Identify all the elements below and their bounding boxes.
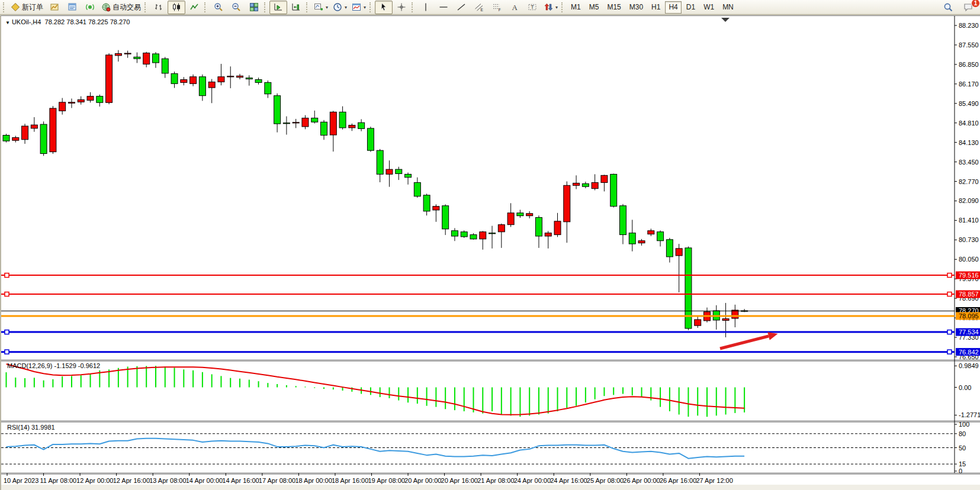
rsi-tick-label: 0 xyxy=(959,468,962,475)
templates-icon xyxy=(352,2,361,12)
level-price-label: 77.534 xyxy=(959,328,979,336)
horizontal-line-button[interactable] xyxy=(435,1,452,14)
chart-title: ▼UKOil-,H4 78.282 78.341 78.225 78.270 xyxy=(5,18,130,25)
signals-icon xyxy=(85,2,95,12)
time-tick-label: 27 Apr 12:00 xyxy=(696,477,732,484)
zoom-in-icon xyxy=(214,2,223,12)
timeframe-m15-label: M15 xyxy=(607,3,621,11)
rsi-tick-label: 15 xyxy=(959,460,966,468)
bar-chart-button[interactable] xyxy=(150,1,168,14)
templates-button[interactable]: ▾ xyxy=(349,1,368,14)
text-button[interactable]: A xyxy=(506,1,523,14)
toolbar-grip xyxy=(369,2,372,12)
timeframe-m15[interactable]: M15 xyxy=(603,1,624,14)
price-tick-label: 88.230 xyxy=(959,22,979,29)
zoom-in-button[interactable] xyxy=(210,1,227,14)
time-tick-label: 19 Apr 08:00 xyxy=(368,477,405,484)
arrows-icon xyxy=(544,2,553,12)
price-tick-label: 82.770 xyxy=(959,178,979,185)
timeframe-h1[interactable]: H1 xyxy=(648,1,664,14)
dropdown-caret-icon[interactable]: ▾ xyxy=(345,5,347,10)
text-icon: A xyxy=(510,2,519,12)
dropdown-caret-icon[interactable]: ▾ xyxy=(364,5,366,10)
periods-button[interactable]: ▾ xyxy=(330,1,349,14)
text-label-button[interactable]: T xyxy=(523,1,541,14)
trendline-button[interactable] xyxy=(452,1,470,14)
price-tick-label: 83.450 xyxy=(959,159,979,166)
collapse-triangle-icon[interactable]: ▼ xyxy=(5,20,10,25)
timeframe-w1[interactable]: W1 xyxy=(700,1,718,14)
price-tick-label: 82.090 xyxy=(959,197,979,204)
timeframe-m30[interactable]: M30 xyxy=(626,1,647,14)
level-price-label: 78.857 xyxy=(959,291,979,298)
timeframe-m5-label: M5 xyxy=(589,3,599,11)
dropdown-caret-icon[interactable]: ▾ xyxy=(326,5,328,10)
level-price-label: 79.516 xyxy=(959,272,979,279)
svg-text:T: T xyxy=(531,4,534,10)
svg-text:E: E xyxy=(481,8,484,12)
macd-tick-label: -1.2771 xyxy=(959,411,980,418)
time-tick-label: 20 Apr 16:00 xyxy=(441,477,478,484)
notification-badge: 1 xyxy=(971,0,980,8)
toolbar-grip xyxy=(3,2,6,12)
rsi-indicator-label: RSI(14) 31.9981 xyxy=(7,424,55,431)
autotrading-button-label: 自动交易 xyxy=(113,2,141,12)
chart-shift-icon xyxy=(291,2,301,12)
timeframe-d1[interactable]: D1 xyxy=(683,1,699,14)
chat-button[interactable]: 1 xyxy=(959,1,977,14)
timeframe-m5[interactable]: M5 xyxy=(586,1,603,14)
timeframe-m1-label: M1 xyxy=(571,3,581,11)
time-tick-label: 11 Apr 08:00 xyxy=(40,477,77,484)
level-price-label: 76.842 xyxy=(959,349,979,356)
fibonacci-button[interactable]: F xyxy=(488,1,506,14)
toolbar: 新订单自动交易▾▾▾EFAT▾M1M5M15M30H1H4D1W1MN1 xyxy=(0,0,980,15)
price-tick-label: 84.810 xyxy=(959,120,979,127)
candlestick-chart-button[interactable] xyxy=(168,1,185,14)
chart-shift-button[interactable] xyxy=(287,1,305,14)
time-tick-label: 26 Apr 00:00 xyxy=(623,477,660,484)
timeframe-h4[interactable]: H4 xyxy=(665,1,681,14)
price-tick-label: 80.050 xyxy=(959,256,979,263)
macd-tick-label: 0.00 xyxy=(959,384,971,391)
equidistant-channel-button[interactable]: E xyxy=(470,1,488,14)
cursor-button[interactable] xyxy=(375,1,393,14)
indicators-button[interactable]: ▾ xyxy=(311,1,330,14)
zoom-out-icon xyxy=(232,2,241,12)
time-tick-label: 13 Apr 08:00 xyxy=(149,477,186,484)
auto-scroll-button[interactable] xyxy=(269,1,287,14)
price-tick-label: 85.490 xyxy=(959,100,979,107)
channel-icon: E xyxy=(474,2,484,12)
chart-area: 88.23087.55086.85086.17085.49084.81084.1… xyxy=(0,15,980,490)
timeframe-m1[interactable]: M1 xyxy=(567,1,584,14)
macd-indicator-label: MACD(12,26,9) -1.1529 -0.9612 xyxy=(7,362,100,369)
timeframe-mn[interactable]: MN xyxy=(719,1,737,14)
tile-windows-button[interactable] xyxy=(245,1,263,14)
autotrade-icon xyxy=(101,2,111,12)
rsi-tick-label: 100 xyxy=(959,421,969,428)
candles-icon xyxy=(172,2,181,12)
bars-icon xyxy=(154,2,163,12)
new-chart-button[interactable] xyxy=(46,1,63,14)
linechart-icon xyxy=(189,2,199,12)
trendline-icon xyxy=(457,2,466,12)
profiles-button[interactable] xyxy=(63,1,81,14)
price-tick-label: 87.550 xyxy=(959,41,979,49)
fibonacci-icon: F xyxy=(492,2,502,12)
dropdown-caret-icon[interactable]: ▾ xyxy=(555,5,558,10)
new-order-button[interactable]: 新订单 xyxy=(8,1,46,14)
crosshair-button[interactable] xyxy=(393,1,410,14)
price-tick-label: 86.850 xyxy=(959,61,979,68)
signals-button[interactable] xyxy=(81,1,99,14)
arrows-button[interactable]: ▾ xyxy=(541,1,560,14)
svg-text:F: F xyxy=(499,8,501,12)
chart-canvas[interactable]: 88.23087.55086.85086.17085.49084.81084.1… xyxy=(1,16,980,490)
svg-text:A: A xyxy=(512,3,518,12)
time-tick-label: 21 Apr 08:00 xyxy=(477,477,514,484)
line-chart-button[interactable] xyxy=(185,1,203,14)
autotrading-button[interactable]: 自动交易 xyxy=(99,1,143,14)
price-tick-label: 81.410 xyxy=(959,217,979,224)
new-chart-icon xyxy=(50,2,59,12)
vertical-line-button[interactable] xyxy=(417,1,435,14)
search-button[interactable] xyxy=(939,1,957,14)
zoom-out-button[interactable] xyxy=(227,1,245,14)
